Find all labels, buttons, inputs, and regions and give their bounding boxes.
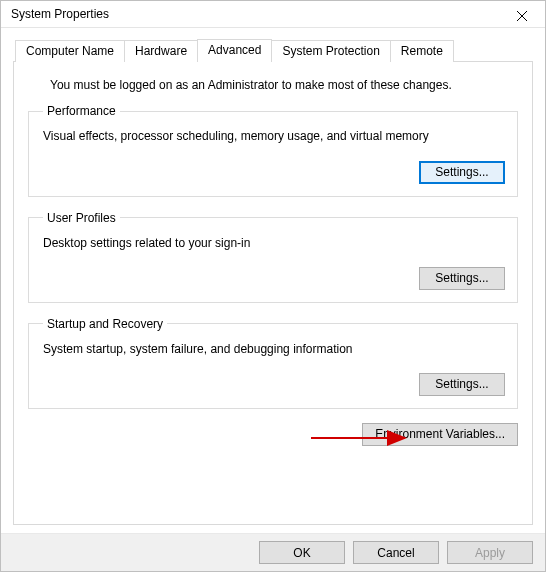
close-button[interactable] (499, 1, 545, 31)
group-user-profiles-desc: Desktop settings related to your sign-in (43, 235, 505, 251)
cancel-button[interactable]: Cancel (353, 541, 439, 564)
group-startup-recovery-desc: System startup, system failure, and debu… (43, 341, 505, 357)
ok-button[interactable]: OK (259, 541, 345, 564)
apply-button[interactable]: Apply (447, 541, 533, 564)
tabstrip: Computer Name Hardware Advanced System P… (15, 38, 533, 61)
intro-text: You must be logged on as an Administrato… (50, 78, 518, 92)
group-performance: Performance Visual effects, processor sc… (28, 104, 518, 196)
group-user-profiles-legend: User Profiles (43, 211, 120, 225)
tab-remote[interactable]: Remote (390, 40, 454, 62)
group-startup-recovery-legend: Startup and Recovery (43, 317, 167, 331)
startup-recovery-settings-button[interactable]: Settings... (419, 373, 505, 396)
tab-hardware[interactable]: Hardware (124, 40, 198, 62)
titlebar: System Properties (1, 1, 545, 28)
content-area: Computer Name Hardware Advanced System P… (1, 28, 545, 533)
system-properties-window: System Properties Computer Name Hardware… (0, 0, 546, 572)
tab-system-protection[interactable]: System Protection (271, 40, 390, 62)
group-user-profiles: User Profiles Desktop settings related t… (28, 211, 518, 303)
performance-settings-button[interactable]: Settings... (419, 161, 505, 184)
environment-variables-button[interactable]: Environment Variables... (362, 423, 518, 446)
group-performance-desc: Visual effects, processor scheduling, me… (43, 128, 505, 144)
dialog-footer: OK Cancel Apply (1, 533, 545, 571)
close-icon (517, 11, 527, 21)
window-title: System Properties (11, 7, 109, 21)
group-performance-legend: Performance (43, 104, 120, 118)
tab-computer-name[interactable]: Computer Name (15, 40, 125, 62)
group-startup-recovery: Startup and Recovery System startup, sys… (28, 317, 518, 409)
tabpanel-advanced: You must be logged on as an Administrato… (13, 61, 533, 525)
user-profiles-settings-button[interactable]: Settings... (419, 267, 505, 290)
tab-advanced[interactable]: Advanced (197, 39, 272, 62)
